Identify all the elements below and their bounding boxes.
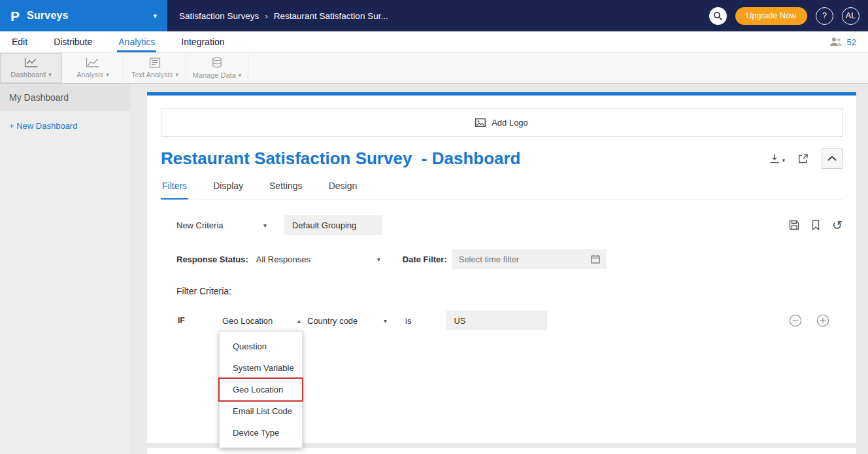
condition-subfield-value: Country code xyxy=(307,316,358,326)
toolbar-dashboard[interactable]: Dashboard▾ xyxy=(0,53,62,83)
breadcrumb-separator-icon: › xyxy=(265,11,268,21)
operator-label: is xyxy=(405,316,411,326)
tab-settings[interactable]: Settings xyxy=(268,181,304,199)
save-button[interactable] xyxy=(789,220,799,230)
tab-display[interactable]: Display xyxy=(212,181,244,199)
date-filter-field[interactable] xyxy=(452,249,607,269)
toolbar-text-analysis[interactable]: Text Analysis▾ xyxy=(124,53,186,83)
caret-down-icon: ▾ xyxy=(153,12,157,20)
response-status-value: All Responses xyxy=(256,254,310,264)
condition-field-value: Geo Location xyxy=(222,316,273,326)
condition-field-select[interactable]: Geo Location ▴ xyxy=(222,316,301,326)
title-actions: ▾ xyxy=(769,148,843,169)
product-switcher[interactable]: P Surveys ▾ xyxy=(0,0,167,31)
tab-design[interactable]: Design xyxy=(327,181,359,199)
dropdown-item-email-list-code[interactable]: Email List Code xyxy=(220,400,302,422)
tab-analytics[interactable]: Analytics xyxy=(118,31,155,52)
bookmark-button[interactable] xyxy=(812,220,820,230)
download-button[interactable]: ▾ xyxy=(769,154,785,164)
toolbar-manage-data[interactable]: Manage Data▾ xyxy=(186,53,248,83)
dropdown-item-geo-location[interactable]: Geo Location xyxy=(220,379,302,400)
response-status-label: Response Status: xyxy=(176,254,248,264)
toolbar-text-analysis-label: Text Analysis xyxy=(131,71,173,79)
remove-condition-button[interactable] xyxy=(789,314,802,327)
text-document-icon xyxy=(149,58,161,68)
share-button[interactable] xyxy=(798,154,809,164)
caret-down-icon: ▾ xyxy=(48,71,52,78)
if-label: IF xyxy=(178,316,188,325)
caret-down-icon: ▾ xyxy=(263,222,267,229)
date-filter-input[interactable] xyxy=(459,254,591,264)
top-bar: P Surveys ▾ Satisfaction Surveys › Resta… xyxy=(0,0,868,31)
share-icon xyxy=(798,154,809,164)
breadcrumb-parent[interactable]: Satisfaction Surveys xyxy=(179,11,259,21)
magnifier-glyph xyxy=(713,11,722,20)
tab-edit[interactable]: Edit xyxy=(12,31,27,52)
add-logo-box[interactable]: Add Logo xyxy=(161,108,843,137)
download-icon xyxy=(769,154,780,164)
breadcrumb-current: Restaurant Satisfaction Sur... xyxy=(274,11,388,21)
content-area: My Dashboard + New Dashboard Add Logo Re… xyxy=(0,84,868,454)
toolbar-analysis-label: Analysis xyxy=(76,71,103,79)
caret-down-icon: ▾ xyxy=(384,317,387,324)
new-dashboard-link[interactable]: + New Dashboard xyxy=(0,111,131,141)
dropdown-item-question[interactable]: Question xyxy=(220,336,302,357)
proprofs-logo-icon: P xyxy=(10,9,20,23)
new-criteria-select[interactable]: New Criteria ▾ xyxy=(176,220,267,230)
toolbar-analysis[interactable]: Analysis▾ xyxy=(62,53,124,83)
field-dropdown-menu: Question System Variable Geo Location Em… xyxy=(219,331,303,448)
caret-up-icon: ▴ xyxy=(297,317,301,324)
avatar[interactable]: AL xyxy=(842,7,860,25)
topbar-actions: Upgrade Now ? AL xyxy=(709,7,868,25)
image-icon xyxy=(475,118,486,127)
people-icon xyxy=(829,37,843,46)
analysis-chart-icon xyxy=(86,58,100,68)
caret-down-icon: ▾ xyxy=(239,72,242,79)
tab-distribute[interactable]: Distribute xyxy=(54,31,92,52)
plus-circle-icon xyxy=(816,314,829,327)
chevron-up-icon xyxy=(827,156,837,161)
response-status-select[interactable]: All Responses ▾ xyxy=(256,254,380,264)
dashboard-card: Add Logo Restaurant Satisfaction Survey … xyxy=(147,92,856,443)
next-card-edge xyxy=(147,448,856,454)
add-logo-label: Add Logo xyxy=(492,118,528,128)
dropdown-item-system-variable[interactable]: System Variable xyxy=(220,357,302,379)
search-icon[interactable] xyxy=(709,7,727,25)
toolbar-dashboard-label: Dashboard xyxy=(10,71,46,79)
analytics-toolbar: Dashboard▾ Analysis▾ Text Analysis▾ Mana… xyxy=(0,52,868,84)
filter-criteria-label: Filter Criteria: xyxy=(161,286,843,296)
title-row: Restaurant Satisfaction Survey - Dashboa… xyxy=(161,147,843,170)
caret-down-icon: ▾ xyxy=(782,157,785,164)
add-condition-button[interactable] xyxy=(816,314,829,327)
tab-integration[interactable]: Integration xyxy=(181,31,224,52)
calendar-icon[interactable] xyxy=(591,254,600,264)
database-icon xyxy=(212,57,222,69)
page-title: Restaurant Satisfaction Survey - Dashboa… xyxy=(161,148,520,169)
responses-count: 52 xyxy=(847,37,856,47)
upgrade-now-button[interactable]: Upgrade Now xyxy=(735,7,807,25)
help-icon[interactable]: ? xyxy=(816,7,833,25)
breadcrumb: Satisfaction Surveys › Restaurant Satisf… xyxy=(179,11,388,21)
section-nav: Edit Distribute Analytics Integration 52 xyxy=(0,31,868,52)
tab-filters[interactable]: Filters xyxy=(161,181,188,200)
product-name: Surveys xyxy=(27,10,69,22)
status-row: Response Status: All Responses ▾ Date Fi… xyxy=(161,249,843,269)
grouping-input[interactable] xyxy=(284,215,382,235)
date-filter-label: Date Filter: xyxy=(403,254,447,264)
sidebar-item-my-dashboard[interactable]: My Dashboard xyxy=(0,84,131,111)
condition-row: IF Geo Location ▴ Country code ▾ is xyxy=(161,311,843,330)
collapse-button[interactable] xyxy=(822,148,843,169)
dashboard-sidebar: My Dashboard + New Dashboard xyxy=(0,84,131,454)
reset-icon[interactable]: ↺ xyxy=(832,219,843,232)
condition-actions xyxy=(789,314,829,327)
bookmark-icon xyxy=(812,220,820,230)
new-criteria-value: New Criteria xyxy=(176,220,224,230)
caret-down-icon: ▾ xyxy=(106,71,109,78)
condition-subfield-select[interactable]: Country code ▾ xyxy=(307,316,387,326)
responses-indicator[interactable]: 52 xyxy=(829,37,856,47)
dropdown-item-device-type[interactable]: Device Type xyxy=(220,422,302,444)
caret-down-icon: ▾ xyxy=(176,71,179,78)
card-tabs: Filters Display Settings Design xyxy=(161,181,843,200)
condition-value-input[interactable] xyxy=(446,311,547,330)
save-icon xyxy=(789,220,799,230)
